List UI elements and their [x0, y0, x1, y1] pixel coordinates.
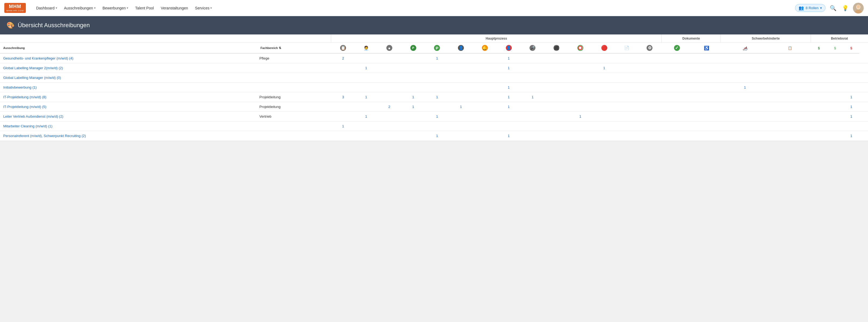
ch-fachbereich[interactable]: Fachbereich ⇅	[257, 43, 331, 54]
row-title-8[interactable]: Personalreferent (m/w/d), Schwerpunkt Re…	[0, 131, 257, 141]
nav-ausschreibungen-label: Ausschreibungen	[64, 6, 93, 10]
cell-h14-3	[638, 83, 662, 92]
cell-h9-0	[521, 53, 545, 63]
roles-badge[interactable]: 👥 8 Rollen ▾	[795, 4, 826, 12]
nav-right: 👥 8 Rollen ▾ 🔍 💡	[795, 3, 864, 13]
ch-hp3: ●	[377, 43, 401, 54]
row-title-3[interactable]: Initiativbewerbung (1)	[0, 83, 257, 92]
notifications-icon[interactable]: 💡	[841, 4, 850, 12]
cell-h1-2	[331, 73, 355, 83]
cell-b2-4	[827, 92, 843, 102]
table-row: Global Labelling Manager 2(m/w/d) (2)111	[0, 63, 868, 73]
cell-h14-1	[638, 63, 662, 73]
cell-h11-6: 1	[568, 112, 592, 121]
cell-h12-8	[592, 131, 616, 141]
cell-h6-6	[449, 112, 473, 121]
cell-h4-2	[401, 73, 425, 83]
cell-h14-8	[638, 131, 662, 141]
cell-d2-2	[692, 73, 720, 83]
nav-veranstaltungen-label: Veranstaltungen	[161, 6, 188, 10]
nav-dashboard[interactable]: Dashboard ▾	[33, 4, 60, 12]
ch-hp9: 🎤	[521, 43, 545, 54]
gh-hauptprozess: Hauptprozess	[331, 34, 662, 43]
cell-h14-7	[638, 121, 662, 131]
row-title-0[interactable]: Gesundheits- und Krankenpfleger (m/w/d) …	[0, 53, 257, 63]
nav-talentpool[interactable]: Talent Pool	[132, 4, 156, 12]
cell-b3-8: 1	[843, 131, 859, 141]
row-title-7[interactable]: Mitarbeiter Cleaning (m/w/d) (1)	[0, 121, 257, 131]
roles-icon: 👥	[799, 5, 804, 10]
cell-h13-2	[616, 73, 638, 83]
cell-d1-6	[662, 112, 692, 121]
cell-h11-2	[568, 73, 592, 83]
cell-h3-2	[377, 73, 401, 83]
cell-h2-0	[355, 53, 377, 63]
row-fachbereich-2	[257, 73, 331, 83]
nav-veranstaltungen[interactable]: Veranstaltungen	[158, 4, 191, 12]
row-title-6[interactable]: Leiter Vertrieb Außendienst (m/w/d) (2)	[0, 112, 257, 121]
logo[interactable]: MHM MHM-HR.COM	[4, 3, 26, 13]
cell-s1-3: 1	[721, 83, 769, 92]
nav-services-label: Services	[195, 6, 210, 10]
cell-h11-3	[568, 83, 592, 92]
cell-h2-8	[355, 131, 377, 141]
cell-h9-7	[521, 121, 545, 131]
cell-h6-4	[449, 92, 473, 102]
cell-h5-7	[425, 121, 449, 131]
table-row: Global Labelling Manager (m/w/d) (0)	[0, 73, 868, 83]
cell-h5-4: 1	[425, 92, 449, 102]
cell-b3-7	[843, 121, 859, 131]
main-content: Hauptprozess Dokumente Schwerbehinderte …	[0, 34, 868, 141]
cell-h7-2	[473, 73, 497, 83]
row-title-2[interactable]: Global Labelling Manager (m/w/d) (0)	[0, 73, 257, 83]
cell-h2-1: 1	[355, 63, 377, 73]
table-row: Initiativbewerbung (1)11	[0, 83, 868, 92]
cell-s2-7	[769, 121, 811, 131]
page-header-icon: 🎨	[6, 22, 14, 29]
cell-s2-5	[769, 102, 811, 112]
group-header-row: Hauptprozess Dokumente Schwerbehinderte …	[0, 34, 868, 43]
cell-h4-5: 1	[401, 102, 425, 112]
gh-dokumente: Dokumente	[662, 34, 721, 43]
nav-ausschreibungen[interactable]: Ausschreibungen ▾	[61, 4, 98, 12]
cell-h14-5	[638, 102, 662, 112]
chevron-down-icon: ▾	[56, 6, 57, 9]
cell-h1-7: 1	[331, 121, 355, 131]
cell-h11-1	[568, 63, 592, 73]
row-title-4[interactable]: IT-Projektleitung (m/w/d) (8)	[0, 92, 257, 102]
row-title-5[interactable]: IT-Projektleitung (m/w/d) (5)	[0, 102, 257, 112]
row-title-1[interactable]: Global Labelling Manager 2(m/w/d) (2)	[0, 63, 257, 73]
cell-d2-4	[692, 92, 720, 102]
avatar[interactable]	[853, 3, 864, 13]
nav-items: Dashboard ▾ Ausschreibungen ▾ Bewerbunge…	[33, 4, 795, 12]
cell-h12-1: 1	[592, 63, 616, 73]
cell-h3-7	[377, 121, 401, 131]
ch-hp1: 📋	[331, 43, 355, 54]
nav-bewerbungen[interactable]: Bewerbungen ▾	[100, 4, 131, 12]
cell-h12-2	[592, 73, 616, 83]
search-icon[interactable]: 🔍	[829, 4, 838, 12]
cell-h8-0: 1	[497, 53, 521, 63]
cell-h8-7	[497, 121, 521, 131]
row-fachbereich-5: Projektleitung	[257, 102, 331, 112]
cell-d1-3	[662, 83, 692, 92]
cell-s1-5	[721, 102, 769, 112]
cell-b4-2	[859, 73, 868, 83]
cell-h5-3	[425, 83, 449, 92]
cell-h11-8	[568, 131, 592, 141]
cell-b2-0	[827, 53, 843, 63]
cell-d1-7	[662, 121, 692, 131]
ch-b1: §	[827, 43, 843, 54]
nav-services[interactable]: Services ▾	[192, 4, 215, 12]
cell-b4-6	[859, 112, 868, 121]
ch-hp13: 📄	[616, 43, 638, 54]
cell-h5-5	[425, 102, 449, 112]
cell-b4-4	[859, 92, 868, 102]
cell-b2-1	[827, 63, 843, 73]
row-fachbereich-8	[257, 131, 331, 141]
hp1-icon: 📋	[340, 45, 346, 51]
cell-h3-3	[377, 83, 401, 92]
cell-b3-6: 1	[843, 112, 859, 121]
cell-d2-1	[692, 63, 720, 73]
cell-h6-7	[449, 121, 473, 131]
